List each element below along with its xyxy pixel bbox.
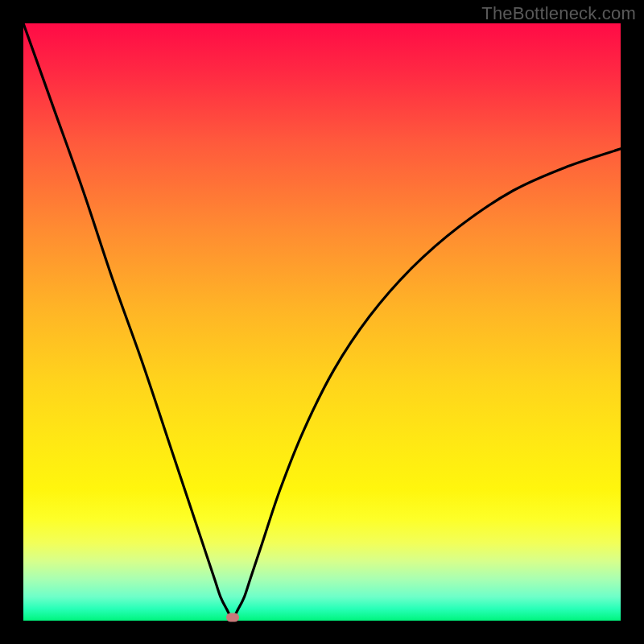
bottleneck-curve bbox=[23, 23, 621, 621]
plot-area bbox=[23, 23, 621, 621]
watermark-text: TheBottleneck.com bbox=[481, 3, 636, 24]
minimum-marker bbox=[226, 613, 239, 622]
chart-frame: TheBottleneck.com bbox=[0, 0, 644, 644]
